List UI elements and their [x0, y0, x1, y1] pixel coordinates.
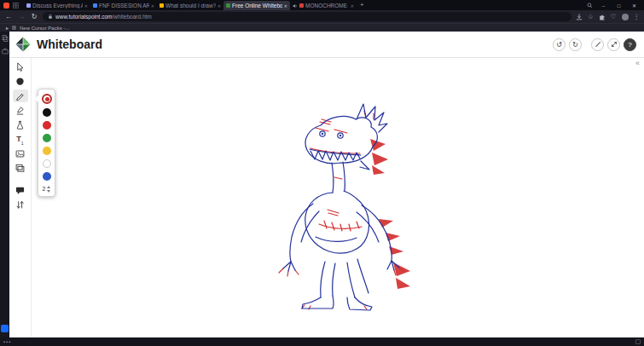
reload-button[interactable]: ↻	[30, 14, 38, 20]
whiteboard-page: Whiteboard ↺ ↻ ?	[9, 32, 644, 337]
header-actions: ↺ ↻ ?	[553, 38, 636, 51]
undo-button[interactable]: ↺	[553, 38, 566, 51]
address-bar[interactable]: www.tutorialspoint.com/whiteboard.htm	[43, 12, 571, 21]
canvas-drawing[interactable]	[32, 58, 644, 337]
help-button[interactable]: ?	[624, 38, 636, 51]
marker-icon	[15, 106, 25, 115]
pinned-app-icon[interactable]	[1, 325, 9, 332]
workspaces-icon[interactable]	[13, 3, 19, 9]
bookmark-item[interactable]: New Cursor Packs -...	[20, 26, 69, 31]
tool-gallery[interactable]	[13, 162, 28, 175]
tab-fnf-art[interactable]: FNF DISSESION ART - Go... ✕	[90, 1, 157, 10]
collapse-panel-icon[interactable]: «	[635, 59, 640, 67]
tab-close-icon[interactable]: ✕	[218, 3, 221, 9]
sidebar-more-button[interactable]: •••	[3, 339, 11, 344]
canvas-area: «	[9, 58, 644, 337]
tool-marker[interactable]	[13, 104, 28, 117]
chat-bubble-icon	[15, 186, 25, 195]
main-row: Whiteboard ↺ ↻ ?	[0, 32, 644, 337]
tab-close-icon[interactable]: ✕	[151, 3, 154, 9]
swap-arrows-icon	[15, 200, 25, 210]
tab-favicon	[299, 3, 304, 8]
bookmarks-bar: ▸ New Cursor Packs -...	[0, 23, 644, 32]
tab-title: MONOCHROME (Chur...	[305, 3, 349, 9]
redo-button[interactable]: ↻	[569, 38, 582, 51]
monster-red-spikes	[370, 139, 410, 289]
text-tool-sub: 1	[21, 141, 24, 146]
bookmarks-chevron-icon[interactable]: ▸	[6, 25, 9, 31]
color-swatch-blue[interactable]	[43, 172, 51, 181]
bookmark-favicon	[12, 26, 16, 30]
tab-favicon	[160, 3, 164, 8]
cursor-icon	[15, 62, 25, 72]
back-button[interactable]: ←	[4, 14, 13, 20]
forward-button[interactable]: →	[17, 14, 26, 20]
tab-monochrome[interactable]: MONOCHROME (Chur... ✕	[290, 1, 357, 10]
color-swatch-yellow[interactable]	[43, 147, 51, 155]
tab-whiteboard-active[interactable]: Free Online Whiteboard ✕	[223, 1, 290, 10]
tool-swap[interactable]	[13, 199, 28, 211]
tab-favicon	[226, 3, 230, 8]
status-right-icon[interactable]	[635, 339, 641, 344]
close-button[interactable]: ✕	[629, 3, 639, 9]
current-color-indicator[interactable]	[42, 94, 52, 104]
tab-close-icon[interactable]: ✕	[351, 3, 354, 9]
pages-icon[interactable]	[2, 35, 9, 42]
tool-chat[interactable]	[13, 184, 28, 197]
tab-audio-icon[interactable]	[293, 3, 298, 9]
profile-avatar[interactable]	[622, 14, 629, 20]
tool-palette: T 1	[9, 58, 32, 337]
favorites-heart-icon[interactable]: ♡	[611, 14, 617, 20]
bookmark-star-icon[interactable]: ☆	[588, 14, 594, 20]
page-header: Whiteboard ↺ ↻ ?	[9, 32, 644, 58]
browser-menu-icon[interactable]: ⋮	[634, 14, 641, 20]
fullscreen-button[interactable]	[607, 38, 620, 51]
browser-sidebar	[0, 32, 9, 337]
page-title: Whiteboard	[37, 37, 102, 51]
tab-title: FNF DISSESION ART - Go...	[99, 3, 149, 9]
clear-brush-button[interactable]	[591, 38, 604, 51]
url-text: www.tutorialspoint.com/whiteboard.htm	[55, 14, 152, 20]
pencil-icon	[15, 91, 25, 101]
lock-icon	[48, 14, 53, 20]
color-swatch-black[interactable]	[43, 108, 51, 117]
tab-what-to-draw[interactable]: What should I draw? | Fan... ✕	[157, 1, 223, 10]
tool-dot[interactable]	[13, 75, 28, 88]
tab-title: What should I draw? | Fan...	[165, 3, 216, 9]
tool-image[interactable]	[13, 147, 28, 160]
tab-title: Discuss Everything About t...	[32, 3, 83, 9]
stroke-width-spinner	[47, 186, 50, 193]
search-icon[interactable]	[587, 3, 593, 9]
color-swatch-red[interactable]	[43, 121, 51, 130]
briefcase-icon[interactable]	[2, 48, 9, 55]
monster-outline	[283, 104, 399, 310]
flask-icon	[15, 120, 25, 130]
spinner-down-icon[interactable]	[47, 190, 50, 193]
new-tab-button[interactable]: +	[360, 1, 364, 9]
download-icon[interactable]	[576, 14, 583, 20]
stroke-width-value[interactable]: 2	[43, 186, 46, 192]
tab-close-icon[interactable]: ✕	[284, 3, 287, 9]
tab-discuss[interactable]: Discuss Everything About t... ✕	[24, 1, 90, 10]
tool-pointer[interactable]	[13, 61, 28, 73]
color-swatch-green[interactable]	[43, 134, 51, 142]
browser-window: Discuss Everything About t... ✕ FNF DISS…	[0, 0, 644, 346]
navbar-action-icons: ☆ ♡ ⋮	[576, 14, 640, 20]
spinner-up-icon[interactable]	[47, 186, 50, 188]
dot-icon	[15, 77, 25, 86]
status-bar: •••	[0, 337, 644, 346]
maximize-button[interactable]: □	[614, 3, 624, 9]
extensions-icon[interactable]	[599, 14, 606, 20]
url-host: www.tutorialspoint.com	[55, 14, 112, 20]
tab-favicon	[93, 3, 97, 8]
tool-text[interactable]: T 1	[13, 133, 28, 146]
minimize-button[interactable]: –	[599, 3, 608, 9]
tool-pencil[interactable]	[13, 89, 28, 102]
tool-flask[interactable]	[13, 118, 28, 131]
tab-close-icon[interactable]: ✕	[84, 3, 88, 9]
image-icon	[15, 149, 25, 159]
brush-icon	[595, 41, 601, 48]
color-swatch-white[interactable]	[43, 159, 51, 168]
browser-logo-icon[interactable]	[3, 3, 9, 9]
gallery-icon	[15, 164, 25, 173]
